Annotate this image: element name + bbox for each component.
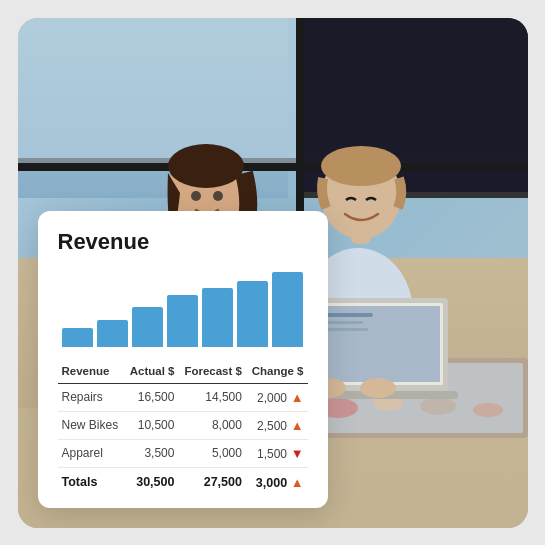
table-header-row: Revenue Actual $ Forecast $ Change $ xyxy=(58,361,308,384)
chart-bar xyxy=(132,307,163,346)
totals-label: Totals xyxy=(58,467,125,492)
chart-bar xyxy=(202,288,233,346)
svg-point-22 xyxy=(321,146,401,186)
table-row: Apparel 3,500 5,000 1,500 ▼ xyxy=(58,439,308,467)
svg-rect-1 xyxy=(298,18,528,168)
col-header-change: Change $ xyxy=(246,361,308,384)
row-change: 2,500 ▲ xyxy=(246,411,308,439)
chart-bar xyxy=(272,272,303,347)
svg-point-31 xyxy=(360,378,396,398)
arrow-down-icon: ▼ xyxy=(287,446,303,461)
row-forecast: 5,000 xyxy=(178,439,245,467)
svg-point-10 xyxy=(473,403,503,417)
row-label: New Bikes xyxy=(58,411,125,439)
totals-change: 3,000 ▲ xyxy=(246,467,308,492)
revenue-card: Revenue Revenue Actual $ Forecast $ Chan… xyxy=(38,211,328,508)
row-actual: 10,500 xyxy=(124,411,178,439)
svg-rect-0 xyxy=(18,18,298,168)
main-container: Revenue Revenue Actual $ Forecast $ Chan… xyxy=(18,18,528,528)
chart-bar xyxy=(97,320,128,346)
arrow-up-icon: ▲ xyxy=(287,390,303,405)
col-header-actual: Actual $ xyxy=(124,361,178,384)
svg-point-14 xyxy=(168,144,244,188)
row-actual: 16,500 xyxy=(124,383,178,411)
row-forecast: 8,000 xyxy=(178,411,245,439)
arrow-up-icon: ▲ xyxy=(287,418,303,433)
svg-rect-2 xyxy=(18,163,528,171)
svg-point-9 xyxy=(420,397,456,415)
row-forecast: 14,500 xyxy=(178,383,245,411)
row-change: 1,500 ▼ xyxy=(246,439,308,467)
row-change: 2,000 ▲ xyxy=(246,383,308,411)
totals-forecast: 27,500 xyxy=(178,467,245,492)
svg-point-15 xyxy=(191,191,201,201)
bar-chart xyxy=(58,267,308,347)
totals-row: Totals 30,500 27,500 3,000 ▲ xyxy=(58,467,308,492)
chart-bar xyxy=(62,328,93,347)
svg-point-16 xyxy=(213,191,223,201)
table-row: Repairs 16,500 14,500 2,000 ▲ xyxy=(58,383,308,411)
row-label: Apparel xyxy=(58,439,125,467)
totals-arrow-up: ▲ xyxy=(291,475,304,490)
chart-bar xyxy=(167,295,198,347)
row-actual: 3,500 xyxy=(124,439,178,467)
svg-rect-3 xyxy=(296,18,304,238)
row-label: Repairs xyxy=(58,383,125,411)
revenue-table: Revenue Actual $ Forecast $ Change $ Rep… xyxy=(58,361,308,492)
totals-actual: 30,500 xyxy=(124,467,178,492)
card-title: Revenue xyxy=(58,229,308,255)
chart-bar xyxy=(237,281,268,347)
table-row: New Bikes 10,500 8,000 2,500 ▲ xyxy=(58,411,308,439)
col-header-forecast: Forecast $ xyxy=(178,361,245,384)
col-header-revenue: Revenue xyxy=(58,361,125,384)
